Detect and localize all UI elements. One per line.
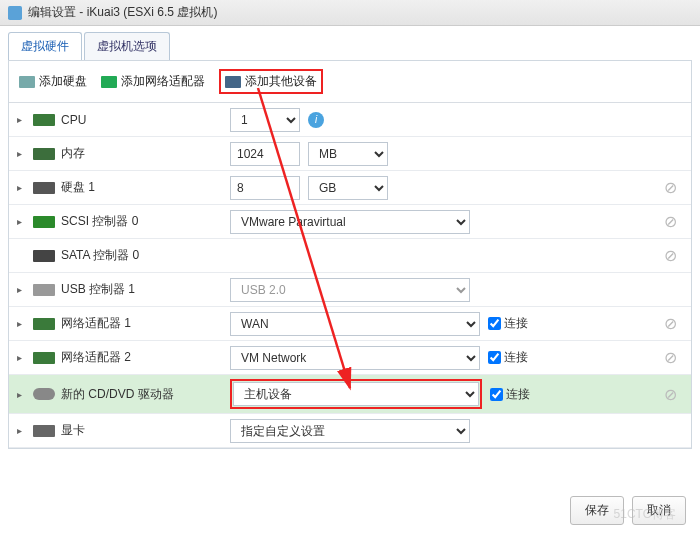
disk-label: 硬盘 1 (61, 179, 95, 196)
remove-icon[interactable]: ⊘ (664, 314, 677, 333)
disk-size-input[interactable] (230, 176, 300, 200)
nic1-label: 网络适配器 1 (61, 315, 131, 332)
expand-icon[interactable]: ▸ (17, 284, 27, 295)
row-cdrom: ▸新的 CD/DVD 驱动器 主机设备 连接 ⊘ (9, 375, 691, 414)
row-usb: ▸USB 控制器 1 USB 2.0 (9, 273, 691, 307)
cdrom-label: 新的 CD/DVD 驱动器 (61, 386, 174, 403)
toolbar: 添加硬盘 添加网络适配器 添加其他设备 (9, 61, 691, 103)
nic-icon (101, 76, 117, 88)
nic2-network-select[interactable]: VM Network (230, 346, 480, 370)
remove-icon[interactable]: ⊘ (664, 348, 677, 367)
cancel-button[interactable]: 取消 (632, 496, 686, 525)
tab-vm-options[interactable]: 虚拟机选项 (84, 32, 170, 60)
info-icon[interactable]: i (308, 112, 324, 128)
disk-unit-select[interactable]: GB (308, 176, 388, 200)
expand-icon[interactable]: ▸ (17, 148, 27, 159)
memory-input[interactable] (230, 142, 300, 166)
row-sata: SATA 控制器 0 ⊘ (9, 239, 691, 273)
row-nic1: ▸网络适配器 1 WAN连接⊘ (9, 307, 691, 341)
add-other-highlight: 添加其他设备 (219, 69, 323, 94)
window-titlebar: 编辑设置 - iKuai3 (ESXi 6.5 虚拟机) (0, 0, 700, 26)
save-button[interactable]: 保存 (570, 496, 624, 525)
add-disk-button[interactable]: 添加硬盘 (19, 73, 87, 90)
memory-icon (33, 148, 55, 160)
expand-icon[interactable]: ▸ (17, 216, 27, 227)
expand-icon[interactable]: ▸ (17, 425, 27, 436)
row-cpu: ▸CPU 1i (9, 103, 691, 137)
memory-label: 内存 (61, 145, 85, 162)
expand-icon[interactable]: ▸ (17, 182, 27, 193)
cdrom-select-highlight: 主机设备 (230, 379, 482, 409)
expand-icon[interactable]: ▸ (17, 114, 27, 125)
device-icon (225, 76, 241, 88)
row-nic2: ▸网络适配器 2 VM Network连接⊘ (9, 341, 691, 375)
remove-icon[interactable]: ⊘ (664, 212, 677, 231)
hardware-panel: 添加硬盘 添加网络适配器 添加其他设备 ▸CPU 1i ▸内存 MB ▸硬盘 1… (8, 60, 692, 449)
cdrom-icon (33, 388, 55, 400)
scsi-icon (33, 216, 55, 228)
dialog-footer: 保存 取消 (570, 496, 686, 525)
row-memory: ▸内存 MB (9, 137, 691, 171)
window-icon (8, 6, 22, 20)
tab-bar: 虚拟硬件 虚拟机选项 (0, 26, 700, 60)
row-gpu: ▸显卡 指定自定义设置 (9, 414, 691, 448)
nic-icon (33, 318, 55, 330)
expand-icon[interactable]: ▸ (17, 318, 27, 329)
remove-icon[interactable]: ⊘ (664, 246, 677, 265)
remove-icon[interactable]: ⊘ (664, 385, 677, 404)
nic1-network-select[interactable]: WAN (230, 312, 480, 336)
gpu-setting-select[interactable]: 指定自定义设置 (230, 419, 470, 443)
usb-type-select[interactable]: USB 2.0 (230, 278, 470, 302)
expand-icon[interactable]: ▸ (17, 352, 27, 363)
usb-label: USB 控制器 1 (61, 281, 135, 298)
scsi-type-select[interactable]: VMware Paravirtual (230, 210, 470, 234)
svg-rect-0 (8, 6, 22, 20)
cdrom-source-select[interactable]: 主机设备 (233, 382, 479, 406)
cpu-label: CPU (61, 113, 86, 127)
nic1-connect-checkbox[interactable]: 连接 (488, 315, 528, 332)
nic2-label: 网络适配器 2 (61, 349, 131, 366)
row-scsi: ▸SCSI 控制器 0 VMware Paravirtual⊘ (9, 205, 691, 239)
tab-virtual-hardware[interactable]: 虚拟硬件 (8, 32, 82, 60)
scsi-label: SCSI 控制器 0 (61, 213, 138, 230)
cpu-select[interactable]: 1 (230, 108, 300, 132)
add-other-device-button[interactable]: 添加其他设备 (225, 73, 317, 90)
remove-icon[interactable]: ⊘ (664, 178, 677, 197)
cdrom-connect-checkbox[interactable]: 连接 (490, 386, 530, 403)
nic-icon (33, 352, 55, 364)
sata-label: SATA 控制器 0 (61, 247, 139, 264)
expand-icon[interactable]: ▸ (17, 389, 27, 400)
window-title: 编辑设置 - iKuai3 (ESXi 6.5 虚拟机) (28, 4, 217, 21)
gpu-label: 显卡 (61, 422, 85, 439)
row-disk1: ▸硬盘 1 GB⊘ (9, 171, 691, 205)
disk-icon (33, 182, 55, 194)
cpu-icon (33, 114, 55, 126)
add-nic-button[interactable]: 添加网络适配器 (101, 73, 205, 90)
nic2-connect-checkbox[interactable]: 连接 (488, 349, 528, 366)
disk-icon (19, 76, 35, 88)
hardware-grid: ▸CPU 1i ▸内存 MB ▸硬盘 1 GB⊘ ▸SCSI 控制器 0 VMw… (9, 103, 691, 448)
usb-icon (33, 284, 55, 296)
gpu-icon (33, 425, 55, 437)
sata-icon (33, 250, 55, 262)
memory-unit-select[interactable]: MB (308, 142, 388, 166)
